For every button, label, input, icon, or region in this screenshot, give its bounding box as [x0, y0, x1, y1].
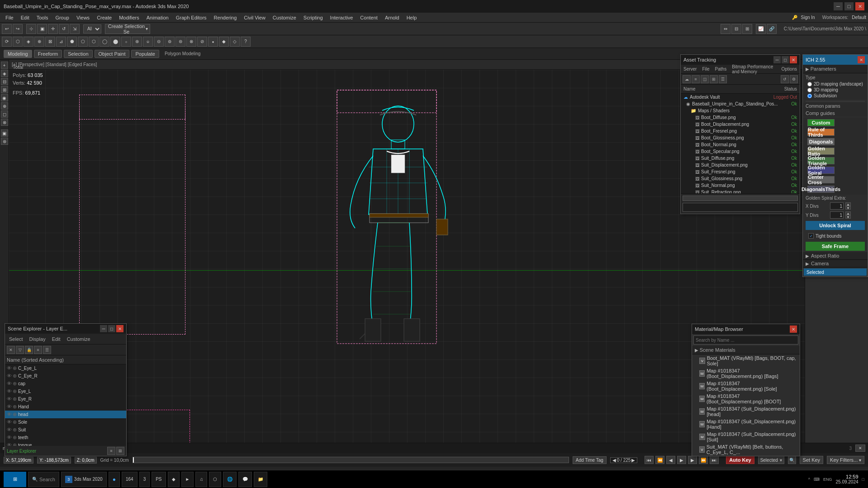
- color-golden-triangle[interactable]: Golden Triangle: [807, 157, 835, 164]
- mat-item-suit-disp-hand[interactable]: M Map #1018347 (Suit_Displacement.png) […: [692, 418, 800, 431]
- se-display-btn[interactable]: Display: [27, 335, 48, 343]
- asset-menu-file[interactable]: File: [699, 66, 712, 72]
- mat-item-boot-disp-boot[interactable]: M Map #1018347 (Boot_Displacement.png) […: [692, 392, 800, 405]
- left-tool-6[interactable]: ⊕: [1, 102, 8, 110]
- tb2-btn8[interactable]: ⬠: [78, 37, 88, 47]
- select-region-button[interactable]: ▣: [37, 24, 47, 34]
- se-item-suit[interactable]: 👁⊕ Suit: [5, 426, 126, 434]
- asset-tb-icon4[interactable]: ⊞: [710, 75, 718, 83]
- asset-item-boot-normal[interactable]: 🖼 Boot_Normal.png Ok: [681, 141, 800, 148]
- menu-create[interactable]: Create: [93, 14, 115, 21]
- search-taskbar[interactable]: 🔍 Search: [28, 472, 59, 487]
- tb2-btn23[interactable]: ?: [241, 37, 251, 47]
- tb2-btn13[interactable]: ⊛: [132, 37, 142, 47]
- left-tool-7[interactable]: ◻: [1, 110, 8, 118]
- mat-item-suit-disp-suit[interactable]: M Map #1018347 (Suit_Displacement.png) […: [692, 431, 800, 443]
- asset-item-file[interactable]: ◉ Baseball_Umpire_in_Cap_Standing_Pos...…: [681, 100, 800, 107]
- tight-bounds-checkbox[interactable]: [808, 233, 814, 239]
- y-divs-down[interactable]: ▼: [845, 215, 851, 219]
- color-diagonals[interactable]: Diagonals: [807, 138, 835, 145]
- taskbar-chrome[interactable]: ●: [109, 472, 120, 487]
- scale-button[interactable]: ⇲: [70, 24, 80, 34]
- color-diagonals-thirds[interactable]: DiagonalsThirds: [807, 186, 835, 193]
- menu-edit[interactable]: Edit: [17, 14, 33, 21]
- menu-customize[interactable]: Customize: [269, 14, 300, 21]
- tb2-btn1[interactable]: ⟳: [2, 37, 12, 47]
- scene-explorer-maximize[interactable]: □: [108, 325, 115, 332]
- tb2-btn9[interactable]: ⬡: [89, 37, 99, 47]
- color-center-cross[interactable]: Center Cross: [807, 176, 835, 183]
- taskbar-3dsmax[interactable]: 3 3ds Max 2020: [61, 472, 107, 487]
- material-browser-close[interactable]: ✕: [790, 325, 797, 333]
- move-button[interactable]: ✛: [48, 24, 58, 34]
- menu-rendering[interactable]: Rendering: [210, 14, 241, 21]
- anim-play[interactable]: ▶: [677, 456, 686, 464]
- asset-tb-icon6[interactable]: ↺: [781, 75, 789, 83]
- se-footer-icon2[interactable]: ⊞: [116, 447, 124, 455]
- menu-views[interactable]: Views: [73, 14, 93, 21]
- left-tool-8[interactable]: ⊗: [1, 119, 8, 126]
- asset-item-suit-normal[interactable]: 🖼 Suit_Normal.png Ok: [681, 182, 800, 189]
- ich-aspect-ratio-section[interactable]: ▶ Aspect Ratio: [803, 252, 868, 260]
- x-divs-down[interactable]: ▼: [845, 206, 851, 210]
- se-select-btn[interactable]: Select: [7, 335, 25, 343]
- tb2-btn22[interactable]: ◇: [230, 37, 240, 47]
- se-item-ceye-r[interactable]: 👁⊕ C_Eye_R: [5, 372, 126, 380]
- tb2-btn14[interactable]: ⍟: [143, 37, 153, 47]
- menu-interactive[interactable]: Interactive: [327, 14, 357, 21]
- color-rule-of-thirds[interactable]: Rule of Thirds: [807, 129, 835, 136]
- grid-button[interactable]: ⊞: [742, 24, 752, 34]
- set-key-button[interactable]: Set Key: [800, 456, 824, 464]
- select-button[interactable]: ⊹: [26, 24, 36, 34]
- asset-tb-icon2[interactable]: ≡: [692, 75, 700, 83]
- asset-menu-server[interactable]: Server: [681, 66, 699, 72]
- start-button[interactable]: ⊞: [4, 472, 26, 487]
- mat-item-boot[interactable]: V Boot_MAT (VRayMtl) [Bags, BOOT, cap, S…: [692, 354, 800, 367]
- asset-menu-options[interactable]: Options: [779, 66, 800, 72]
- color-custom[interactable]: Custom: [807, 119, 835, 126]
- se-icon-list[interactable]: ☰: [43, 346, 51, 354]
- asset-close[interactable]: ✕: [790, 56, 797, 63]
- menu-group[interactable]: Group: [52, 14, 73, 21]
- se-item-ceye-l[interactable]: 👁⊕ C_Eye_L: [5, 364, 126, 372]
- left-tool-1[interactable]: +: [1, 62, 8, 69]
- scene-explorer-list[interactable]: 👁⊕ C_Eye_L 👁⊕ C_Eye_R 👁⊕ cap 👁⊕ Eye_L 👁⊕…: [5, 364, 126, 446]
- taskbar-app8[interactable]: ⬡: [209, 472, 221, 487]
- tb2-btn20[interactable]: ⬥: [208, 37, 218, 47]
- left-tool-5[interactable]: ◉: [1, 94, 8, 101]
- asset-menu-bitmap[interactable]: Bitmap Performance and Memory: [729, 63, 778, 75]
- clear-selection-button[interactable]: ✕: [855, 445, 865, 452]
- se-edit-btn[interactable]: Edit: [50, 335, 63, 343]
- se-icon-filter[interactable]: ▽: [16, 346, 24, 354]
- add-time-tag-button[interactable]: Add Time Tag: [573, 456, 607, 464]
- se-icon-lock[interactable]: 🔒: [25, 346, 33, 354]
- asset-item-suit-refraction[interactable]: 🖼 Suit_Refraction.png Ok: [681, 189, 800, 193]
- ich-camera-section[interactable]: ▶ Camera: [803, 260, 868, 268]
- anim-next-key[interactable]: ⏩: [699, 456, 708, 464]
- menu-file[interactable]: File: [2, 14, 17, 21]
- asset-footer-input[interactable]: [683, 203, 798, 212]
- asset-maximize[interactable]: □: [782, 56, 789, 63]
- key-filters-button[interactable]: Key Filters... ▾: [827, 456, 864, 464]
- anim-next-frame[interactable]: ▶: [688, 456, 697, 464]
- asset-menu-paths[interactable]: Paths: [712, 66, 730, 72]
- mat-item-suit-mat[interactable]: V Suit_MAT (VRayMtl) [Belt, buttons, C_E…: [692, 443, 800, 456]
- se-item-eye-l[interactable]: 👁⊕ Eye_L: [5, 388, 126, 395]
- menu-scripting[interactable]: Scripting: [300, 14, 327, 21]
- menu-civil-view[interactable]: Civil View: [240, 14, 269, 21]
- tb2-btn10[interactable]: ◯: [100, 37, 109, 47]
- undo-button[interactable]: ↩: [2, 24, 12, 34]
- material-browser-header[interactable]: Material/Map Browser ✕: [692, 324, 800, 334]
- tb2-btn19[interactable]: ⊘: [197, 37, 207, 47]
- tb2-btn16[interactable]: ⊚: [165, 37, 175, 47]
- taskbar-app10[interactable]: 💬: [238, 472, 252, 487]
- left-tool-10[interactable]: ⊛: [1, 138, 8, 145]
- minimize-button[interactable]: ─: [834, 2, 843, 10]
- menu-arnold[interactable]: Arnold: [381, 14, 403, 21]
- radio-2d-mapping[interactable]: [807, 82, 812, 86]
- asset-item-suit-displacement[interactable]: 🖼 Suit_Displacement.png Ok: [681, 162, 800, 168]
- taskbar-app5[interactable]: ◆: [168, 472, 180, 487]
- tb2-btn21[interactable]: ◆: [219, 37, 229, 47]
- left-tool-2[interactable]: ◈: [1, 70, 8, 77]
- maximize-button[interactable]: □: [844, 2, 854, 10]
